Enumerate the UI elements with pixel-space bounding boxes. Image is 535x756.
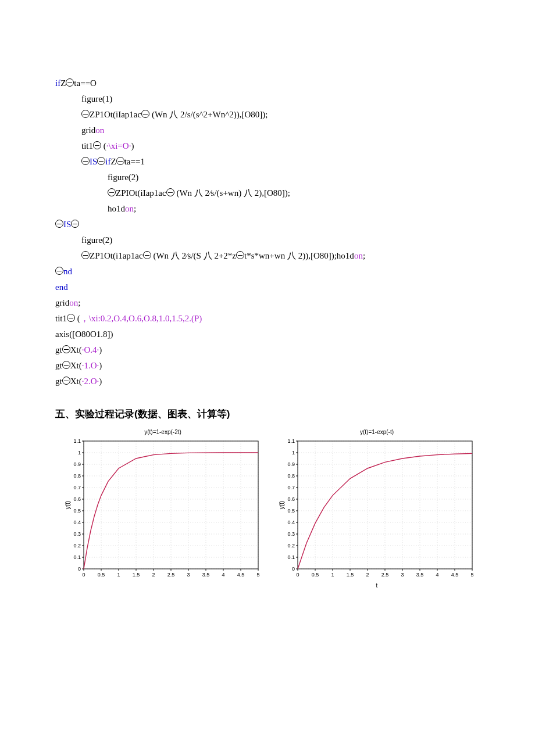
code-line: ZP1Ot(i1ap1ac (Wn 八 2⁄s/(S 八 2+2*zt*s*wn… bbox=[55, 248, 480, 264]
theta-icon bbox=[141, 110, 149, 118]
svg-text:2.5: 2.5 bbox=[167, 572, 175, 578]
chart-title: y(t)=1-exp(-2t) bbox=[64, 427, 262, 438]
theta-icon bbox=[81, 110, 90, 118]
code-line: gridon; bbox=[55, 295, 480, 311]
svg-text:3.5: 3.5 bbox=[202, 572, 210, 578]
svg-text:0.1: 0.1 bbox=[287, 554, 295, 560]
svg-text:2.5: 2.5 bbox=[381, 572, 389, 578]
svg-text:0.5: 0.5 bbox=[312, 572, 319, 578]
svg-text:4.5: 4.5 bbox=[451, 572, 459, 578]
svg-text:0.6: 0.6 bbox=[73, 496, 81, 502]
svg-text:0.1: 0.1 bbox=[73, 554, 81, 560]
svg-text:0.8: 0.8 bbox=[73, 473, 81, 479]
theta-icon bbox=[62, 361, 70, 369]
theta-icon bbox=[55, 267, 63, 275]
svg-text:0.4: 0.4 bbox=[73, 519, 81, 525]
svg-text:0.7: 0.7 bbox=[73, 485, 81, 490]
chart-title: y(t)=1-exp(-t) bbox=[278, 427, 476, 438]
code-line: nd bbox=[55, 264, 480, 280]
code-line: ZPIOt(iIap1ac (Wn 八 2⁄s/(s+wn) 八 2),[O80… bbox=[55, 185, 480, 201]
svg-text:1: 1 bbox=[292, 450, 295, 456]
code-line: ZP1Ot(iIap1ac (Wn 八 2/s/(s^2+Wn^2)),[O80… bbox=[55, 107, 480, 123]
section-header: 五、实验过程记录(数据、图表、计算等) bbox=[55, 406, 480, 424]
chart-right: y(t)=1-exp(-t) 00.511.522.533.544.5500.1… bbox=[278, 427, 476, 591]
svg-text:0: 0 bbox=[78, 566, 81, 572]
theta-icon bbox=[62, 377, 70, 385]
code-line: figure(2) bbox=[55, 232, 480, 248]
code-line: end bbox=[55, 280, 480, 295]
code-line: ho1don; bbox=[55, 201, 480, 217]
svg-text:2: 2 bbox=[152, 572, 155, 578]
theta-icon bbox=[93, 141, 101, 149]
svg-text:3: 3 bbox=[401, 572, 404, 578]
theta-icon bbox=[81, 157, 90, 165]
code-line: axis([O80O1.8]) bbox=[55, 327, 480, 342]
document-page: ifZta==O figure(1) ZP1Ot(iIap1ac (Wn 八 2… bbox=[0, 0, 535, 626]
theta-icon bbox=[97, 157, 105, 165]
svg-text:0.8: 0.8 bbox=[287, 473, 295, 479]
svg-text:0.3: 0.3 bbox=[73, 531, 81, 537]
charts-container: y(t)=1-exp(-2t) 00.511.522.533.544.5500.… bbox=[64, 427, 480, 591]
svg-text:y(t): y(t) bbox=[279, 500, 285, 508]
theta-icon bbox=[55, 220, 63, 228]
keyword: if bbox=[55, 78, 60, 88]
code-line: gtXt(·1.O·) bbox=[55, 358, 480, 374]
theta-icon bbox=[67, 314, 75, 322]
code-line: figure(2) bbox=[55, 170, 480, 185]
theta-icon bbox=[71, 220, 79, 228]
svg-text:1.5: 1.5 bbox=[133, 572, 140, 578]
svg-text:0.2: 0.2 bbox=[287, 543, 295, 549]
theta-icon bbox=[108, 188, 116, 196]
svg-text:0.9: 0.9 bbox=[73, 461, 81, 467]
code-line: figure(1) bbox=[55, 91, 480, 107]
svg-text:1.1: 1.1 bbox=[287, 439, 295, 444]
svg-text:0.3: 0.3 bbox=[287, 531, 295, 537]
svg-text:3: 3 bbox=[187, 572, 190, 578]
theta-icon bbox=[62, 345, 70, 353]
svg-text:1.5: 1.5 bbox=[347, 572, 354, 578]
theta-icon bbox=[143, 251, 151, 259]
svg-text:y(t): y(t) bbox=[65, 500, 71, 508]
svg-text:0.5: 0.5 bbox=[98, 572, 105, 578]
svg-text:1.1: 1.1 bbox=[73, 439, 81, 444]
theta-icon bbox=[81, 251, 90, 259]
theta-icon bbox=[166, 188, 174, 196]
code-line: ifZta==O bbox=[55, 76, 480, 91]
svg-text:4: 4 bbox=[222, 572, 224, 578]
code-line: gridon bbox=[55, 123, 480, 138]
svg-text:0.5: 0.5 bbox=[73, 508, 81, 514]
svg-text:5: 5 bbox=[470, 572, 473, 578]
code-line: gtXt(·O.4·) bbox=[55, 342, 480, 358]
svg-text:1: 1 bbox=[78, 450, 81, 456]
svg-text:0: 0 bbox=[82, 572, 85, 578]
chart-plot: 00.511.522.533.544.5500.10.20.30.40.50.6… bbox=[64, 439, 262, 579]
svg-text:1: 1 bbox=[117, 572, 120, 578]
svg-text:3.5: 3.5 bbox=[416, 572, 424, 578]
theta-icon bbox=[66, 78, 74, 87]
svg-text:0.5: 0.5 bbox=[287, 508, 295, 514]
svg-text:0.9: 0.9 bbox=[287, 461, 295, 467]
svg-text:0.6: 0.6 bbox=[287, 496, 295, 502]
code-line: tit1 (·\xi=O·) bbox=[55, 138, 480, 154]
theta-icon bbox=[236, 251, 244, 259]
axis-label: t bbox=[278, 581, 476, 591]
code-line: IS bbox=[55, 217, 480, 232]
svg-text:0.4: 0.4 bbox=[287, 519, 295, 525]
svg-text:1: 1 bbox=[331, 572, 334, 578]
code-line: gtXt(·2.O·) bbox=[55, 374, 480, 389]
chart-plot: 00.511.522.533.544.5500.10.20.30.40.50.6… bbox=[278, 439, 476, 579]
chart-left: y(t)=1-exp(-2t) 00.511.522.533.544.5500.… bbox=[64, 427, 262, 591]
svg-text:5: 5 bbox=[256, 572, 259, 578]
svg-text:0: 0 bbox=[292, 566, 295, 572]
theta-icon bbox=[116, 157, 124, 165]
code-line: tit1 (，\xi:0.2,O.4,O.6,O.8,1.0,1.5,2.(P) bbox=[55, 311, 480, 327]
svg-text:0.2: 0.2 bbox=[73, 543, 81, 549]
svg-text:4: 4 bbox=[436, 572, 438, 578]
code-line: ISifZta==1 bbox=[55, 154, 480, 170]
svg-text:4.5: 4.5 bbox=[237, 572, 245, 578]
svg-text:0.7: 0.7 bbox=[287, 485, 295, 490]
svg-text:0: 0 bbox=[296, 572, 299, 578]
svg-text:2: 2 bbox=[366, 572, 369, 578]
